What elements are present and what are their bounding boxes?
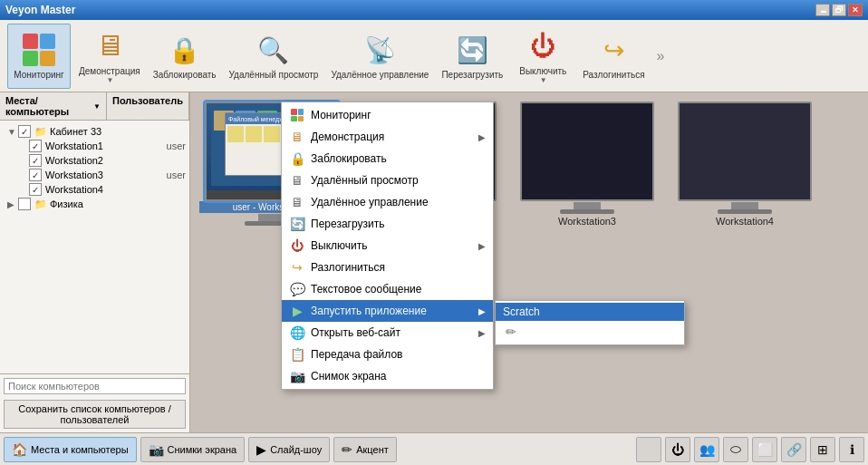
toolbar-remote-ctrl[interactable]: 📡 Удалённое управление [326, 24, 433, 89]
expand-fizika[interactable]: ▶ [7, 199, 18, 209]
check-fizika[interactable] [18, 198, 31, 210]
tree-item-ws1[interactable]: ✓ Workstation1 user [0, 139, 189, 153]
menu-open-web[interactable]: 🌐 Открыть веб-сайт ▶ [282, 322, 493, 344]
menu-screenshot[interactable]: 📷 Снимок экрана [282, 365, 493, 387]
toolbar-remote-view-label: Удалённый просмотр [229, 70, 319, 80]
statusbar: 🏠 Места и компьютеры 📷 Снимки экрана ▶ С… [0, 432, 868, 465]
col-user: Пользователь [107, 92, 189, 120]
status-btn-screenshots[interactable]: 📷 Снимки экрана [140, 437, 246, 462]
toolbar-lock[interactable]: 🔒 Заблокировать [149, 24, 221, 89]
toolbar-more-icon[interactable]: » [653, 44, 669, 68]
toolbar-lock-label: Заблокировать [153, 70, 217, 80]
toolbar-demo-label: Демонстрация [79, 66, 140, 76]
check-ws1[interactable]: ✓ [29, 140, 42, 152]
context-menu: Мониторинг 🖥 Демонстрация ▶ 🔒 Заблокиров… [281, 102, 494, 390]
search-area [0, 373, 189, 398]
tree-item-fizika[interactable]: ▶ 📁 Физика [0, 197, 189, 211]
toolbar-demo[interactable]: 🖥 Демонстрация ▼ [74, 24, 145, 89]
status-btn-accent[interactable]: ✏ Акцент [333, 437, 397, 462]
statusbar-power-btn[interactable]: ⏻ [665, 437, 690, 462]
save-list-button[interactable]: Сохранить список компьютеров / пользоват… [4, 400, 186, 429]
check-ws3[interactable]: ✓ [29, 169, 42, 181]
menu-logout[interactable]: ↪ Разлогиниться [282, 257, 493, 278]
restore-button[interactable]: 🗗 [832, 4, 846, 16]
menu-screenshot-icon: 📷 [289, 368, 305, 384]
tree-user-ws3: user [167, 170, 186, 180]
menu-screenshot-label: Снимок экрана [311, 370, 486, 383]
submenu-other-label: Другое приложение [525, 325, 677, 338]
toolbar-power-label: Выключить [519, 66, 566, 76]
minimize-button[interactable]: 🗕 [815, 4, 830, 16]
menu-file-transfer[interactable]: 📋 Передача файлов [282, 344, 493, 365]
computer-tile-ws3[interactable]: Workstation3 [515, 102, 660, 228]
statusbar-users-btn[interactable]: 👥 [694, 437, 719, 462]
search-input[interactable] [4, 378, 186, 394]
toolbar-power[interactable]: ⏻ Выключить ▼ [511, 24, 574, 89]
tree-item-ws3[interactable]: ✓ Workstation3 user [0, 168, 189, 182]
menu-launch-app-arrow: ▶ [478, 306, 486, 316]
menu-remote-view[interactable]: 🖥 Удалённый просмотр [282, 170, 493, 191]
close-button[interactable]: ✕ [848, 4, 863, 16]
menu-file-transfer-label: Передача файлов [311, 348, 486, 361]
demo-dropdown-arrow: ▼ [106, 76, 113, 84]
menu-monitoring-icon [289, 107, 305, 123]
submenu-scratch-label: Scratch [503, 305, 677, 318]
menu-open-web-label: Открыть веб-сайт [311, 326, 473, 339]
menu-lock-icon: 🔒 [289, 150, 305, 167]
statusbar-network-btn[interactable]: 🔗 [781, 437, 806, 462]
menu-launch-app[interactable]: ▶ Запустить приложение ▶ Scratch ✏ Друго… [282, 300, 493, 322]
menu-launch-app-icon: ▶ [289, 303, 305, 319]
folder-fizika-icon: 📁 [34, 199, 47, 210]
tree-label-ws1: Workstation1 [45, 140, 163, 151]
menu-reboot[interactable]: 🔄 Перезагрузить [282, 213, 493, 235]
menu-power[interactable]: ⏻ Выключить ▶ [282, 235, 493, 257]
menu-logout-label: Разлогиниться [311, 261, 486, 274]
places-icon: 🏠 [12, 442, 27, 457]
places-col-label: Места/компьютеры [5, 95, 90, 117]
left-panel-header: Места/компьютеры ▼ Пользователь [0, 92, 189, 121]
content-area: Файловый менеджер user - Workstation1 [190, 92, 868, 432]
places-label: Места и компьютеры [31, 444, 129, 455]
statusbar-circle-btn[interactable]: ⬭ [723, 437, 748, 462]
menu-logout-icon: ↪ [289, 259, 305, 276]
statusbar-blank-btn[interactable] [636, 437, 661, 462]
menu-reboot-label: Перезагрузить [311, 218, 486, 230]
menu-monitoring[interactable]: Мониторинг [282, 104, 493, 126]
menu-demo[interactable]: 🖥 Демонстрация ▶ [282, 126, 493, 148]
statusbar-grid-btn[interactable]: ⊞ [810, 437, 835, 462]
toolbar-reboot[interactable]: 🔄 Перезагрузить [437, 24, 507, 89]
statusbar-info-btn[interactable]: ℹ [839, 437, 864, 462]
check-ws4[interactable]: ✓ [29, 183, 42, 196]
menu-demo-label: Демонстрация [311, 131, 473, 143]
menu-remote-ctrl[interactable]: 🖥 Удалённое управление [282, 191, 493, 213]
tree-item-ws2[interactable]: ✓ Workstation2 [0, 153, 189, 168]
monitoring-icon [21, 32, 57, 68]
status-btn-slideshow[interactable]: ▶ Слайд-шоу [248, 437, 330, 462]
toolbar-logout[interactable]: ↪ Разлогиниться [578, 24, 649, 89]
toolbar-remote-view[interactable]: 🔍 Удалённый просмотр [225, 24, 323, 89]
toolbar-monitoring[interactable]: Мониторинг [7, 24, 71, 89]
remote-ctrl-icon: 📡 [362, 32, 398, 68]
menu-message-label: Текстовое сообщение [311, 283, 486, 295]
submenu-other-app[interactable]: ✏ Другое приложение [496, 321, 684, 343]
menu-lock[interactable]: 🔒 Заблокировать [282, 148, 493, 170]
check-ws2[interactable]: ✓ [29, 154, 42, 167]
screen-ws4 [678, 102, 812, 201]
menu-message[interactable]: 💬 Текстовое сообщение [282, 278, 493, 300]
menu-message-icon: 💬 [289, 281, 305, 297]
accent-icon: ✏ [342, 442, 352, 457]
check-kabinet33[interactable]: ✓ [18, 125, 31, 138]
remote-view-icon: 🔍 [256, 32, 292, 68]
statusbar-frame-btn[interactable]: ⬜ [752, 437, 777, 462]
tree-item-kabinet33[interactable]: ▼ ✓ 📁 Кабинет 33 [0, 124, 189, 139]
expand-kabinet33[interactable]: ▼ [7, 127, 18, 137]
submenu-scratch[interactable]: Scratch [496, 303, 684, 321]
status-btn-places[interactable]: 🏠 Места и компьютеры [4, 437, 137, 462]
reboot-icon: 🔄 [454, 32, 490, 68]
monitor-stand-ws3 [574, 202, 601, 209]
submenu-other-icon: ✏ [503, 324, 519, 340]
titlebar-title: Veyon Master [5, 4, 75, 16]
computer-tile-ws4[interactable]: Workstation4 [672, 102, 817, 228]
left-panel: Места/компьютеры ▼ Пользователь ▼ ✓ 📁 Ка… [0, 92, 190, 432]
tree-item-ws4[interactable]: ✓ Workstation4 [0, 182, 189, 197]
